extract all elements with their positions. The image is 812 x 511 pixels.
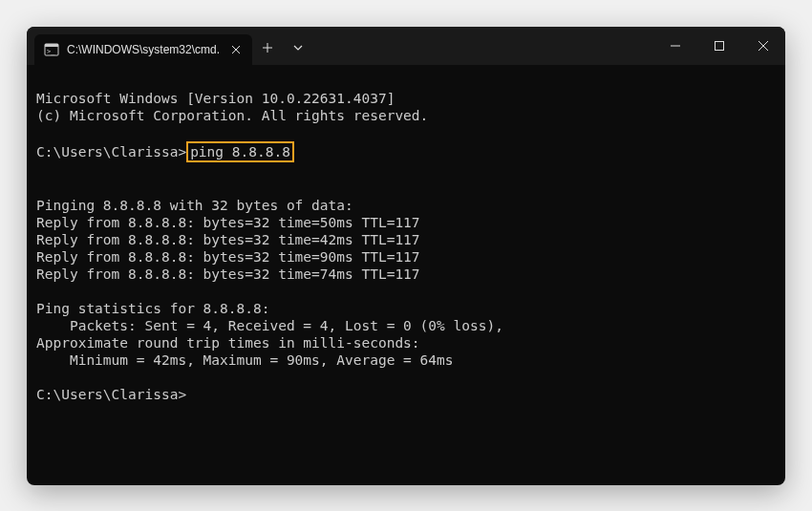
tab-cmd[interactable]: >_ C:\WINDOWS\system32\cmd. — [34, 34, 252, 65]
tab-dropdown-button[interactable] — [283, 32, 313, 63]
terminal-window: >_ C:\WINDOWS\system32\cmd. — [27, 27, 785, 485]
prompt-line-2: C:\Users\Clarissa> — [36, 387, 186, 402]
stats-rtt: Minimum = 42ms, Maximum = 90ms, Average … — [36, 352, 454, 368]
minimize-button[interactable] — [653, 27, 697, 65]
reply-line: Reply from 8.8.8.8: bytes=32 time=50ms T… — [36, 215, 420, 230]
reply-line: Reply from 8.8.8.8: bytes=32 time=42ms T… — [36, 232, 420, 247]
tab-title: C:\WINDOWS\system32\cmd. — [67, 43, 220, 56]
svg-text:>_: >_ — [47, 48, 55, 55]
reply-line: Reply from 8.8.8.8: bytes=32 time=74ms T… — [36, 266, 420, 282]
maximize-button[interactable] — [697, 27, 741, 65]
stats-header: Ping statistics for 8.8.8.8: — [36, 301, 269, 316]
stats-packets: Packets: Sent = 4, Received = 4, Lost = … — [36, 318, 503, 333]
cmd-icon: >_ — [44, 42, 59, 57]
svg-rect-1 — [45, 44, 58, 47]
titlebar: >_ C:\WINDOWS\system32\cmd. — [27, 27, 785, 65]
svg-rect-8 — [716, 42, 724, 51]
terminal-output[interactable]: Microsoft Windows [Version 10.0.22631.40… — [27, 65, 785, 485]
reply-line: Reply from 8.8.8.8: bytes=32 time=90ms T… — [36, 249, 420, 265]
window-controls — [653, 27, 785, 65]
highlighted-command: ping 8.8.8.8 — [186, 141, 294, 162]
close-button[interactable] — [741, 27, 785, 65]
prompt-prefix: C:\Users\Clarissa> — [36, 144, 186, 160]
copyright-line: (c) Microsoft Corporation. All rights re… — [36, 108, 428, 123]
pinging-line: Pinging 8.8.8.8 with 32 bytes of data: — [36, 198, 353, 213]
prompt-line-1: C:\Users\Clarissa>ping 8.8.8.8 — [36, 141, 776, 162]
new-tab-button[interactable] — [252, 32, 283, 63]
version-line: Microsoft Windows [Version 10.0.22631.40… — [36, 91, 395, 106]
stats-rtt-header: Approximate round trip times in milli-se… — [36, 335, 420, 351]
tab-close-button[interactable] — [227, 41, 245, 58]
